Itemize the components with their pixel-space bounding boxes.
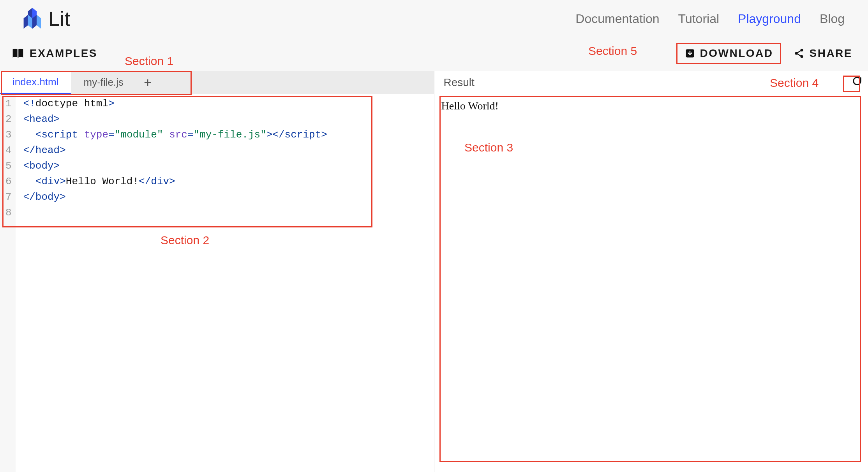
nav-link-tutorial[interactable]: Tutorial: [678, 12, 720, 26]
nav-link-playground[interactable]: Playground: [738, 12, 801, 26]
examples-button[interactable]: EXAMPLES: [12, 47, 97, 60]
svg-marker-5: [37, 15, 41, 29]
share-icon: [794, 48, 804, 59]
code-content[interactable]: <!doctype html><head> <script type="modu…: [16, 94, 335, 472]
line-number: 4: [5, 143, 12, 158]
examples-label: EXAMPLES: [30, 47, 97, 60]
share-label: SHARE: [809, 47, 852, 60]
line-number: 7: [5, 189, 12, 205]
tab-my-file-js[interactable]: my-file.js: [71, 71, 136, 94]
tab-index-html[interactable]: index.html: [0, 71, 71, 94]
lit-logo-icon: [23, 8, 41, 30]
code-line[interactable]: <script type="module" src="my-file.js"><…: [23, 127, 327, 143]
result-pane: Result Hello World!: [434, 71, 868, 472]
line-number: 8: [5, 205, 12, 220]
book-icon: [12, 48, 24, 59]
line-number: 1: [5, 96, 12, 111]
download-button[interactable]: DOWNLOAD: [676, 43, 782, 64]
code-line[interactable]: <body>: [23, 158, 327, 174]
site-header: Lit Documentation Tutorial Playground Bl…: [0, 0, 868, 39]
share-button[interactable]: SHARE: [794, 47, 852, 60]
code-line[interactable]: <!doctype html>: [23, 96, 327, 111]
code-line[interactable]: </body>: [23, 189, 327, 205]
svg-marker-2: [24, 15, 28, 29]
reload-icon: [852, 76, 863, 86]
line-number: 2: [5, 111, 12, 127]
line-number: 3: [5, 127, 12, 143]
reload-button[interactable]: [852, 76, 863, 89]
editor-pane: index.html my-file.js + 12345678 <!docty…: [0, 71, 434, 472]
code-line[interactable]: <div>Hello World!</div>: [23, 174, 327, 189]
line-number-gutter: 12345678: [0, 94, 16, 472]
workspace: index.html my-file.js + 12345678 <!docty…: [0, 71, 868, 472]
playground-toolbar: EXAMPLES DOWNLOAD SHARE Section 5: [0, 39, 868, 71]
code-line[interactable]: [23, 205, 327, 220]
code-editor[interactable]: 12345678 <!doctype html><head> <script t…: [0, 94, 434, 472]
main-nav: Documentation Tutorial Playground Blog: [575, 12, 845, 26]
brand-name: Lit: [48, 7, 70, 30]
download-icon: [685, 48, 695, 59]
line-number: 5: [5, 158, 12, 174]
nav-link-blog[interactable]: Blog: [820, 12, 845, 26]
add-tab-button[interactable]: +: [136, 71, 159, 94]
result-title: Result: [444, 76, 475, 89]
download-label: DOWNLOAD: [700, 47, 773, 60]
code-line[interactable]: </head>: [23, 143, 327, 158]
brand[interactable]: Lit: [23, 7, 70, 30]
result-output: Hello World!: [434, 94, 868, 472]
nav-link-documentation[interactable]: Documentation: [575, 12, 659, 26]
code-line[interactable]: <head>: [23, 111, 327, 127]
result-header: Result: [434, 71, 868, 94]
file-tabs: index.html my-file.js +: [0, 71, 434, 94]
annotation-section5: Section 5: [588, 44, 637, 58]
line-number: 6: [5, 174, 12, 189]
